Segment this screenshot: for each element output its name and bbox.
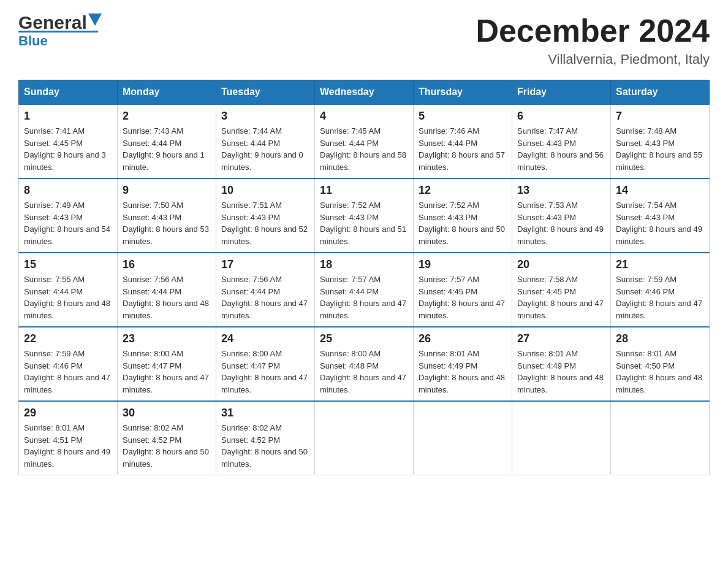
day-number: 6 [517, 110, 605, 123]
table-row: 27Sunrise: 8:01 AMSunset: 4:49 PMDayligh… [512, 327, 611, 401]
table-row: 15Sunrise: 7:55 AMSunset: 4:44 PMDayligh… [19, 253, 118, 327]
table-row: 1Sunrise: 7:41 AMSunset: 4:45 PMDaylight… [19, 104, 118, 178]
day-info: Sunrise: 8:01 AMSunset: 4:50 PMDaylight:… [616, 348, 704, 396]
table-row: 30Sunrise: 8:02 AMSunset: 4:52 PMDayligh… [118, 401, 216, 475]
calendar-week-row: 15Sunrise: 7:55 AMSunset: 4:44 PMDayligh… [19, 253, 710, 327]
table-row: 2Sunrise: 7:43 AMSunset: 4:44 PMDaylight… [118, 104, 216, 178]
table-row: 13Sunrise: 7:53 AMSunset: 4:43 PMDayligh… [512, 178, 611, 253]
table-row: 8Sunrise: 7:49 AMSunset: 4:43 PMDaylight… [19, 178, 118, 253]
calendar-week-row: 22Sunrise: 7:59 AMSunset: 4:46 PMDayligh… [19, 327, 710, 401]
page-header: General Blue December 2024 Villalvernia,… [18, 12, 710, 67]
calendar-week-row: 1Sunrise: 7:41 AMSunset: 4:45 PMDaylight… [19, 104, 710, 178]
table-row [414, 401, 512, 475]
day-info: Sunrise: 7:48 AMSunset: 4:43 PMDaylight:… [616, 125, 704, 173]
table-row: 20Sunrise: 7:58 AMSunset: 4:45 PMDayligh… [512, 253, 611, 327]
day-info: Sunrise: 7:55 AMSunset: 4:44 PMDaylight:… [24, 274, 112, 321]
table-row: 18Sunrise: 7:57 AMSunset: 4:44 PMDayligh… [315, 253, 414, 327]
table-row: 31Sunrise: 8:02 AMSunset: 4:52 PMDayligh… [216, 401, 315, 475]
day-info: Sunrise: 7:49 AMSunset: 4:43 PMDaylight:… [24, 199, 112, 247]
day-number: 21 [616, 258, 704, 271]
logo-arrow-icon [88, 13, 102, 29]
calendar-week-row: 29Sunrise: 8:01 AMSunset: 4:51 PMDayligh… [19, 401, 710, 475]
table-row: 14Sunrise: 7:54 AMSunset: 4:43 PMDayligh… [611, 178, 710, 253]
day-info: Sunrise: 8:01 AMSunset: 4:49 PMDaylight:… [419, 348, 507, 396]
day-info: Sunrise: 7:50 AMSunset: 4:43 PMDaylight:… [123, 199, 211, 247]
day-info: Sunrise: 7:57 AMSunset: 4:44 PMDaylight:… [320, 274, 408, 321]
day-number: 24 [221, 332, 309, 345]
day-number: 5 [419, 110, 507, 123]
header-sunday: Sunday [19, 80, 118, 105]
day-info: Sunrise: 7:57 AMSunset: 4:45 PMDaylight:… [419, 274, 507, 321]
table-row: 3Sunrise: 7:44 AMSunset: 4:44 PMDaylight… [216, 104, 315, 178]
day-number: 30 [123, 407, 211, 419]
table-row: 28Sunrise: 8:01 AMSunset: 4:50 PMDayligh… [611, 327, 710, 401]
day-info: Sunrise: 8:00 AMSunset: 4:47 PMDaylight:… [123, 348, 211, 396]
table-row: 24Sunrise: 8:00 AMSunset: 4:47 PMDayligh… [216, 327, 315, 401]
day-number: 29 [24, 407, 112, 419]
table-row: 25Sunrise: 8:00 AMSunset: 4:48 PMDayligh… [315, 327, 414, 401]
day-info: Sunrise: 7:43 AMSunset: 4:44 PMDaylight:… [123, 125, 211, 173]
day-info: Sunrise: 7:46 AMSunset: 4:44 PMDaylight:… [419, 125, 507, 173]
day-number: 13 [517, 184, 605, 197]
header-monday: Monday [118, 80, 216, 105]
day-info: Sunrise: 7:51 AMSunset: 4:43 PMDaylight:… [221, 199, 309, 247]
calendar-header-row: Sunday Monday Tuesday Wednesday Thursday… [19, 80, 710, 105]
day-info: Sunrise: 7:54 AMSunset: 4:43 PMDaylight:… [616, 199, 704, 247]
day-info: Sunrise: 7:44 AMSunset: 4:44 PMDaylight:… [221, 125, 309, 173]
day-info: Sunrise: 7:52 AMSunset: 4:43 PMDaylight:… [419, 199, 507, 247]
table-row [512, 401, 611, 475]
table-row: 4Sunrise: 7:45 AMSunset: 4:44 PMDaylight… [315, 104, 414, 178]
day-info: Sunrise: 7:56 AMSunset: 4:44 PMDaylight:… [221, 274, 309, 321]
day-info: Sunrise: 7:59 AMSunset: 4:46 PMDaylight:… [24, 348, 112, 396]
day-number: 1 [24, 110, 112, 123]
day-number: 31 [221, 407, 309, 419]
day-number: 7 [616, 110, 704, 123]
day-number: 28 [616, 332, 704, 345]
day-number: 10 [221, 184, 309, 197]
header-wednesday: Wednesday [315, 80, 414, 105]
header-saturday: Saturday [611, 80, 710, 105]
month-year-title: December 2024 [476, 12, 710, 49]
table-row: 12Sunrise: 7:52 AMSunset: 4:43 PMDayligh… [414, 178, 512, 253]
table-row [315, 401, 414, 475]
day-number: 12 [419, 184, 507, 197]
day-info: Sunrise: 8:00 AMSunset: 4:48 PMDaylight:… [320, 348, 408, 396]
day-info: Sunrise: 7:56 AMSunset: 4:44 PMDaylight:… [123, 274, 211, 321]
day-info: Sunrise: 8:02 AMSunset: 4:52 PMDaylight:… [123, 422, 211, 470]
day-number: 9 [123, 184, 211, 197]
day-info: Sunrise: 7:45 AMSunset: 4:44 PMDaylight:… [320, 125, 408, 173]
day-number: 8 [24, 184, 112, 197]
day-info: Sunrise: 7:41 AMSunset: 4:45 PMDaylight:… [24, 125, 112, 173]
day-info: Sunrise: 7:52 AMSunset: 4:43 PMDaylight:… [320, 199, 408, 247]
day-info: Sunrise: 7:53 AMSunset: 4:43 PMDaylight:… [517, 199, 605, 247]
table-row: 5Sunrise: 7:46 AMSunset: 4:44 PMDaylight… [414, 104, 512, 178]
day-number: 3 [221, 110, 309, 123]
calendar-table: Sunday Monday Tuesday Wednesday Thursday… [18, 80, 710, 475]
day-info: Sunrise: 8:00 AMSunset: 4:47 PMDaylight:… [221, 348, 309, 396]
day-number: 14 [616, 184, 704, 197]
logo-general-text: General [18, 12, 87, 33]
day-number: 20 [517, 258, 605, 271]
day-number: 22 [24, 332, 112, 345]
table-row: 6Sunrise: 7:47 AMSunset: 4:43 PMDaylight… [512, 104, 611, 178]
day-info: Sunrise: 7:47 AMSunset: 4:43 PMDaylight:… [517, 125, 605, 173]
day-number: 18 [320, 258, 408, 271]
day-number: 16 [123, 258, 211, 271]
day-info: Sunrise: 7:58 AMSunset: 4:45 PMDaylight:… [517, 274, 605, 321]
location-subtitle: Villalvernia, Piedmont, Italy [476, 52, 710, 67]
table-row: 7Sunrise: 7:48 AMSunset: 4:43 PMDaylight… [611, 104, 710, 178]
table-row: 11Sunrise: 7:52 AMSunset: 4:43 PMDayligh… [315, 178, 414, 253]
day-number: 4 [320, 110, 408, 123]
day-number: 27 [517, 332, 605, 345]
table-row: 23Sunrise: 8:00 AMSunset: 4:47 PMDayligh… [118, 327, 216, 401]
table-row: 29Sunrise: 8:01 AMSunset: 4:51 PMDayligh… [19, 401, 118, 475]
day-info: Sunrise: 8:02 AMSunset: 4:52 PMDaylight:… [221, 422, 309, 470]
table-row: 10Sunrise: 7:51 AMSunset: 4:43 PMDayligh… [216, 178, 315, 253]
table-row: 26Sunrise: 8:01 AMSunset: 4:49 PMDayligh… [414, 327, 512, 401]
svg-marker-0 [88, 13, 102, 26]
table-row: 21Sunrise: 7:59 AMSunset: 4:46 PMDayligh… [611, 253, 710, 327]
table-row: 22Sunrise: 7:59 AMSunset: 4:46 PMDayligh… [19, 327, 118, 401]
header-tuesday: Tuesday [216, 80, 315, 105]
title-section: December 2024 Villalvernia, Piedmont, It… [476, 12, 710, 67]
day-number: 26 [419, 332, 507, 345]
